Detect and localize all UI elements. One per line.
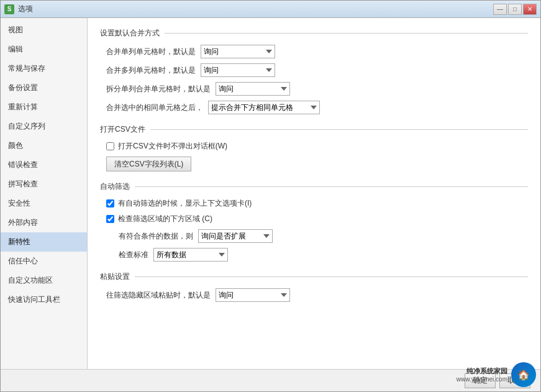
auto-filter-section-title: 自动筛选 <box>100 181 528 192</box>
sidebar-item-security[interactable]: 安全性 <box>1 194 87 213</box>
csv-checkbox-label: 打开CSV文件时不弹出对话框(W) <box>118 141 227 152</box>
app-icon: S <box>4 4 14 14</box>
auto-filter-sub-label-1: 有符合条件的数据，则 <box>119 231 193 242</box>
merge-select-1[interactable]: 询问 合并第一个 合并所有 不合并 <box>201 63 275 77</box>
csv-button-row: 清空CSV字段列表(L) <box>100 157 528 171</box>
auto-filter-check-select[interactable]: 所有数据 可见数据 <box>153 248 228 262</box>
sidebar-item-backup[interactable]: 备份设置 <box>1 78 87 98</box>
auto-filter-label-2: 检查筛选区域的下方区域 (C) <box>118 214 212 224</box>
sidebar-item-error-check[interactable]: 错误检查 <box>1 155 87 175</box>
auto-filter-sub-label-2: 检查标准 <box>119 250 148 260</box>
auto-filter-checkbox-2[interactable] <box>106 215 114 223</box>
paste-section: 粘贴设置 往筛选隐藏区域粘贴时，默认是 询问 仅粘贴可见 粘贴所有 <box>100 271 528 302</box>
sidebar-item-quick-access[interactable]: 快速访问工具栏 <box>1 290 87 309</box>
sidebar-item-external[interactable]: 外部内容 <box>1 213 87 232</box>
sidebar-item-spell-check[interactable]: 拼写检查 <box>1 175 87 194</box>
merge-label-3: 合并选中的相同单元格之后， <box>106 103 203 113</box>
merge-row-2: 拆分单列合并单元格时，默认是 询问 合并第一个 合并所有 不合并 <box>100 82 528 96</box>
watermark-logo: 🏠 <box>511 362 536 387</box>
sidebar-item-trust-center[interactable]: 信任中心 <box>1 252 87 271</box>
title-bar: S 选项 — □ ✕ <box>1 1 540 18</box>
auto-filter-sub-row-1: 有符合条件的数据，则 询问是否扩展 自动扩展 不扩展 <box>100 229 528 243</box>
auto-filter-expand-select[interactable]: 询问是否扩展 自动扩展 不扩展 <box>198 229 273 243</box>
merge-label-2: 拆分单列合并单元格时，默认是 <box>106 84 211 94</box>
main-panel: 设置默认合并方式 合并单列单元格时，默认是 询问 合并第一个 合并所有 不合并 … <box>88 18 540 369</box>
merge-select-0[interactable]: 询问 合并第一个 合并所有 不合并 <box>201 45 275 58</box>
merge-section: 设置默认合并方式 合并单列单元格时，默认是 询问 合并第一个 合并所有 不合并 … <box>100 28 528 114</box>
merge-section-title: 设置默认合并方式 <box>100 28 528 39</box>
csv-checkbox[interactable] <box>106 142 114 150</box>
maximize-button[interactable]: □ <box>508 4 522 15</box>
csv-section-title: 打开CSV文件 <box>100 124 528 135</box>
sidebar-item-custom-seq[interactable]: 自定义序列 <box>1 117 87 136</box>
auto-filter-sub-row-2: 检查标准 所有数据 可见数据 <box>100 248 528 262</box>
close-button[interactable]: ✕ <box>523 4 537 15</box>
merge-row-0: 合并单列单元格时，默认是 询问 合并第一个 合并所有 不合并 <box>100 45 528 58</box>
merge-select-2[interactable]: 询问 合并第一个 合并所有 不合并 <box>216 82 290 96</box>
auto-filter-checkbox-1[interactable] <box>106 199 114 207</box>
sidebar-item-new-features[interactable]: 新特性 <box>1 232 87 252</box>
merge-label-1: 合并多列单元格时，默认是 <box>106 65 196 76</box>
minimize-button[interactable]: — <box>493 4 507 15</box>
merge-row-1: 合并多列单元格时，默认是 询问 合并第一个 合并所有 不合并 <box>100 63 528 77</box>
merge-select-3[interactable]: 提示合并下方相同单元格 自动合并下方相同单元格 不合并 <box>208 101 320 114</box>
sidebar: 视图编辑常规与保存备份设置重新计算自定义序列颜色错误检查拼写检查安全性外部内容新… <box>1 18 88 369</box>
sidebar-item-view[interactable]: 视图 <box>1 21 87 40</box>
sidebar-item-recalculate[interactable]: 重新计算 <box>1 98 87 117</box>
paste-section-title: 粘贴设置 <box>100 271 528 282</box>
auto-filter-section: 自动筛选 有自动筛选的时候，显示上下文选项卡(I) 检查筛选区域的下方区域 (C… <box>100 181 528 262</box>
csv-checkbox-row: 打开CSV文件时不弹出对话框(W) <box>100 141 528 152</box>
sidebar-item-edit[interactable]: 编辑 <box>1 40 87 59</box>
watermark-text: 纯净系统家园 <box>466 367 507 376</box>
auto-filter-checkbox-row-1: 有自动筛选的时候，显示上下文选项卡(I) <box>100 198 528 209</box>
auto-filter-checkbox-row-2: 检查筛选区域的下方区域 (C) <box>100 214 528 224</box>
paste-row: 往筛选隐藏区域粘贴时，默认是 询问 仅粘贴可见 粘贴所有 <box>100 288 528 302</box>
title-buttons: — □ ✕ <box>493 4 537 15</box>
sidebar-item-color[interactable]: 颜色 <box>1 136 87 155</box>
auto-filter-label-1: 有自动筛选的时候，显示上下文选项卡(I) <box>118 198 252 209</box>
sidebar-item-general-save[interactable]: 常规与保存 <box>1 59 87 78</box>
csv-clear-button[interactable]: 清空CSV字段列表(L) <box>106 157 191 171</box>
sidebar-item-custom-func[interactable]: 自定义功能区 <box>1 271 87 290</box>
window-title: 选项 <box>18 4 493 14</box>
content-area: 视图编辑常规与保存备份设置重新计算自定义序列颜色错误检查拼写检查安全性外部内容新… <box>1 18 540 369</box>
paste-label: 往筛选隐藏区域粘贴时，默认是 <box>106 290 211 301</box>
watermark-url: www.yidaimei.com <box>457 376 507 383</box>
csv-section: 打开CSV文件 打开CSV文件时不弹出对话框(W) 清空CSV字段列表(L) <box>100 124 528 171</box>
merge-label-0: 合并单列单元格时，默认是 <box>106 47 196 57</box>
window: S 选项 — □ ✕ 视图编辑常规与保存备份设置重新计算自定义序列颜色错误检查拼… <box>0 0 541 392</box>
paste-select[interactable]: 询问 仅粘贴可见 粘贴所有 <box>216 288 290 302</box>
merge-row-3: 合并选中的相同单元格之后， 提示合并下方相同单元格 自动合并下方相同单元格 不合… <box>100 101 528 114</box>
